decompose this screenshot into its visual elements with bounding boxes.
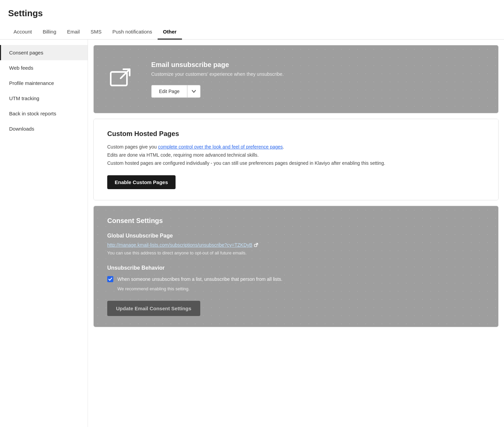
custom-pages-desc-line3: Custom hosted pages are configured indiv…	[107, 160, 385, 166]
sidebar: Consent pages Web feeds Profile maintena…	[0, 40, 88, 427]
unsubscribe-checkbox-label: When someone unsubscribes from a list, u…	[117, 276, 282, 283]
enable-custom-pages-button[interactable]: Enable Custom Pages	[107, 175, 176, 189]
custom-pages-desc-prefix: Custom pages give you	[107, 144, 158, 150]
hero-card-desc: Customize your customers' experience whe…	[151, 71, 485, 77]
edit-page-dropdown-button[interactable]	[187, 85, 201, 98]
sidebar-item-profile-maintenance[interactable]: Profile maintenance	[0, 75, 88, 91]
page-header: Settings	[0, 0, 504, 19]
custom-pages-desc-suffix1: .	[283, 144, 284, 150]
consent-settings-title: Consent Settings	[107, 217, 485, 225]
custom-pages-body: Custom Hosted Pages Custom pages give yo…	[94, 119, 498, 200]
unsubscribe-checkbox[interactable]	[107, 276, 113, 282]
consent-settings-inner: Consent Settings Global Unsubscribe Page…	[107, 217, 485, 316]
hero-btn-group: Edit Page	[151, 85, 485, 98]
tab-other[interactable]: Other	[158, 25, 182, 40]
sidebar-item-consent-pages[interactable]: Consent pages	[0, 45, 88, 60]
custom-hosted-pages-card: Custom Hosted Pages Custom pages give yo…	[93, 119, 499, 200]
external-link-icon	[254, 243, 258, 247]
hero-card-body: Email unsubscribe page Customize your cu…	[151, 61, 485, 98]
tab-sms[interactable]: SMS	[85, 25, 107, 40]
unsubscribe-behavior-title: Unsubscribe Behavior	[107, 265, 485, 271]
share-icon-wrap	[107, 64, 138, 94]
checkbox-recommend: We recommend enabling this setting.	[117, 286, 485, 291]
tab-push[interactable]: Push notifications	[107, 25, 158, 40]
global-unsubscribe-link-row: http://manage.kmail-lists.com/subscripti…	[107, 242, 485, 248]
svg-line-1	[121, 69, 130, 78]
consent-settings-card: Consent Settings Global Unsubscribe Page…	[93, 206, 499, 327]
custom-pages-title: Custom Hosted Pages	[107, 130, 485, 138]
tab-email[interactable]: Email	[62, 25, 85, 40]
main-layout: Consent pages Web feeds Profile maintena…	[0, 40, 504, 427]
global-unsubscribe-link[interactable]: http://manage.kmail-lists.com/subscripti…	[107, 242, 252, 248]
sidebar-item-back-in-stock[interactable]: Back in stock reports	[0, 106, 88, 121]
share-icon	[109, 66, 136, 93]
email-unsubscribe-card: Email unsubscribe page Customize your cu…	[93, 45, 499, 113]
global-unsubscribe-helper: You can use this address to direct anyon…	[107, 250, 485, 255]
tab-bar: Account Billing Email SMS Push notificat…	[0, 25, 504, 40]
unsubscribe-checkbox-row: When someone unsubscribes from a list, u…	[107, 276, 485, 283]
custom-pages-link[interactable]: complete control over the look and feel …	[158, 144, 283, 150]
tab-account[interactable]: Account	[8, 25, 37, 40]
content-area: Email unsubscribe page Customize your cu…	[88, 40, 504, 427]
custom-pages-desc: Custom pages give you complete control o…	[107, 143, 485, 167]
sidebar-item-utm-tracking[interactable]: UTM tracking	[0, 91, 88, 106]
edit-page-button[interactable]: Edit Page	[151, 85, 187, 98]
tab-billing[interactable]: Billing	[37, 25, 62, 40]
hero-card-bg: Email unsubscribe page Customize your cu…	[94, 45, 498, 113]
chevron-down-icon	[191, 89, 196, 94]
sidebar-item-web-feeds[interactable]: Web feeds	[0, 60, 88, 75]
global-unsubscribe-title: Global Unsubscribe Page	[107, 233, 485, 239]
page-title: Settings	[8, 8, 496, 19]
checkmark-icon	[108, 277, 112, 281]
update-email-consent-button[interactable]: Update Email Consent Settings	[107, 301, 200, 316]
hero-card-title: Email unsubscribe page	[151, 61, 485, 69]
consent-settings-bg: Consent Settings Global Unsubscribe Page…	[94, 206, 498, 327]
sidebar-item-downloads[interactable]: Downloads	[0, 121, 88, 136]
custom-pages-desc-line2: Edits are done via HTML code, requiring …	[107, 152, 259, 158]
